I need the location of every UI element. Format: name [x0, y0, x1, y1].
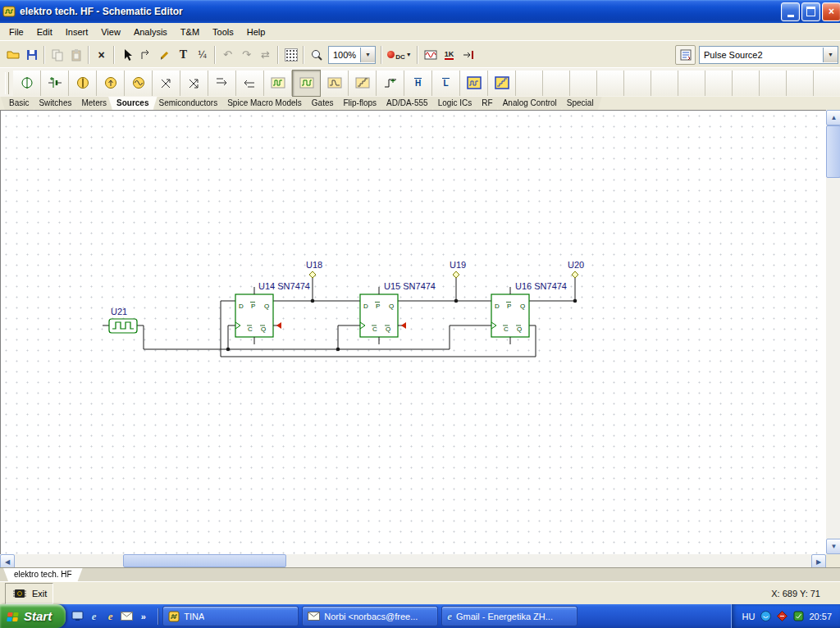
- task-button-gmail[interactable]: e Gmail - Energetika ZH...: [441, 606, 578, 626]
- component-voltage-pulse-button[interactable]: [321, 71, 349, 96]
- component-generator-button[interactable]: [125, 71, 153, 96]
- component-unit-step-button[interactable]: [377, 71, 404, 96]
- zoom-dropdown-arrow-icon[interactable]: ▼: [360, 48, 375, 62]
- minimize-button[interactable]: [781, 2, 800, 21]
- grid-toggle-button[interactable]: [281, 46, 300, 64]
- component-staircase-button[interactable]: [349, 71, 377, 96]
- component-counter-button[interactable]: [488, 71, 516, 96]
- dc-dropdown-arrow-icon[interactable]: ▼: [406, 52, 412, 57]
- menu-tm[interactable]: T&M: [174, 25, 206, 39]
- scroll-up-button[interactable]: ▲: [826, 110, 840, 125]
- component-logic-low-button[interactable]: L: [432, 71, 460, 96]
- component-logic-high-button[interactable]: H: [404, 71, 432, 96]
- wire-clock-u14[interactable]: [228, 325, 235, 349]
- scale-tool-button[interactable]: ¼: [193, 46, 212, 64]
- pin-u18[interactable]: U18: [306, 260, 322, 278]
- component-battery-cell-button[interactable]: [69, 71, 97, 96]
- component-current-source-button[interactable]: [97, 71, 125, 96]
- close-button[interactable]: ×: [822, 2, 840, 21]
- signal-analyzer-button[interactable]: 1K: [440, 46, 459, 64]
- tab-meters[interactable]: Meters: [73, 97, 115, 110]
- component-u16-flipflop[interactable]: U16 SN7474 D P Q C Q: [491, 281, 567, 344]
- wire-clock-main[interactable]: [137, 325, 450, 349]
- wire-clock-u16[interactable]: [450, 325, 491, 349]
- schematic-canvas[interactable]: U21 U14 SN7474 D P Q C Q: [0, 110, 827, 555]
- exit-button[interactable]: Exit: [5, 583, 53, 604]
- component-u14-flipflop[interactable]: U14 SN7474 D P Q C Q: [235, 281, 310, 344]
- menu-edit[interactable]: Edit: [30, 25, 59, 39]
- tab-spice-macro-models[interactable]: Spice Macro Models: [219, 97, 310, 110]
- component-clock-button[interactable]: [264, 71, 292, 96]
- start-button[interactable]: Start: [0, 604, 66, 628]
- menu-tools[interactable]: Tools: [206, 25, 240, 39]
- quick-launch-overflow-chevron[interactable]: »: [136, 609, 150, 623]
- messenger-tray-icon[interactable]: [760, 611, 771, 622]
- horizontal-scrollbar[interactable]: ◀ ▶: [0, 554, 826, 567]
- delete-button[interactable]: ×: [92, 46, 111, 64]
- rotate-left-button[interactable]: ↶: [218, 46, 237, 64]
- antivirus-tray-icon[interactable]: [776, 611, 788, 622]
- component-digital-clock-button[interactable]: [460, 71, 488, 96]
- paste-button[interactable]: [66, 46, 85, 64]
- vertical-scrollbar-track[interactable]: [826, 125, 840, 539]
- vertical-scrollbar[interactable]: ▲ ▼: [826, 110, 840, 554]
- tab-semiconductors[interactable]: Semiconductors: [151, 97, 226, 110]
- component-u15-flipflop[interactable]: U15 SN7474 D P Q C Q: [360, 281, 436, 344]
- tab-sources[interactable]: Sources: [108, 97, 157, 110]
- transient-button[interactable]: [459, 46, 477, 64]
- text-tool-button[interactable]: T: [174, 46, 193, 64]
- network-tray-icon[interactable]: [792, 611, 804, 622]
- component-cccs-button[interactable]: [236, 71, 264, 96]
- pin-u20[interactable]: U20: [568, 260, 584, 278]
- mirror-button[interactable]: ⇄: [256, 46, 275, 64]
- save-button[interactable]: [22, 46, 41, 64]
- toolbar-grip[interactable]: [5, 72, 9, 94]
- oscilloscope-button[interactable]: [421, 46, 440, 64]
- clock[interactable]: 20:57: [809, 612, 832, 621]
- component-voltage-source-button[interactable]: [13, 71, 41, 96]
- menu-analysis[interactable]: Analysis: [127, 25, 174, 39]
- menu-view[interactable]: View: [94, 25, 127, 39]
- component-pulse-source-button[interactable]: [292, 70, 321, 97]
- component-ccvs-button[interactable]: [180, 71, 208, 96]
- vertical-scrollbar-thumb[interactable]: [826, 125, 840, 178]
- sheet-tab[interactable]: elektro tech. HF: [3, 568, 83, 581]
- component-vcvs-button[interactable]: [153, 71, 180, 96]
- copy-button[interactable]: [48, 46, 66, 64]
- component-list-button[interactable]: [675, 45, 696, 65]
- tab-switches[interactable]: Switches: [30, 97, 80, 110]
- tab-special[interactable]: Special: [559, 97, 602, 110]
- open-button[interactable]: [3, 46, 22, 64]
- menu-file[interactable]: File: [2, 25, 30, 39]
- component-battery-button[interactable]: [41, 71, 69, 96]
- task-button-norbi-mail[interactable]: Norbi <norbacs@free...: [302, 606, 438, 626]
- horizontal-scrollbar-track[interactable]: [15, 554, 811, 567]
- internet-explorer-icon[interactable]: e: [87, 609, 101, 623]
- wire-tool-button[interactable]: [155, 46, 174, 64]
- rotate-right-button[interactable]: ↷: [237, 46, 256, 64]
- title-bar[interactable]: elektro tech. HF - Schematic Editor ×: [0, 0, 840, 23]
- horizontal-scrollbar-thumb[interactable]: [123, 554, 286, 567]
- restore-button[interactable]: [801, 2, 820, 21]
- menu-help[interactable]: Help: [240, 25, 272, 39]
- component-selector-combobox[interactable]: Pulse Source2 ▼: [699, 46, 838, 64]
- menu-insert[interactable]: Insert: [59, 25, 95, 39]
- dc-analysis-button[interactable]: DC ▼: [385, 46, 414, 64]
- language-indicator[interactable]: HU: [742, 612, 756, 621]
- mail-icon[interactable]: [120, 609, 134, 623]
- tab-flip-flops[interactable]: Flip-flops: [335, 97, 385, 110]
- scroll-down-button[interactable]: ▼: [826, 539, 840, 554]
- show-desktop-icon[interactable]: [71, 609, 84, 623]
- component-selector-dropdown-arrow-icon[interactable]: ▼: [823, 48, 838, 62]
- tab-logic-ics[interactable]: Logic ICs: [430, 97, 481, 110]
- component-vccs-button[interactable]: [208, 71, 236, 96]
- jumper-tool-button[interactable]: [136, 46, 155, 64]
- zoom-combobox[interactable]: 100% ▼: [328, 46, 376, 64]
- pin-u19[interactable]: U19: [450, 260, 466, 278]
- tab-analog-control[interactable]: Analog Control: [495, 97, 565, 110]
- zoom-button[interactable]: [307, 46, 326, 64]
- task-button-tina[interactable]: TINA: [162, 606, 299, 626]
- select-tool-button[interactable]: [117, 46, 136, 64]
- component-u21-pulse-source[interactable]: U21: [103, 307, 137, 333]
- tab-ad-da-555[interactable]: AD/DA-555: [378, 97, 436, 110]
